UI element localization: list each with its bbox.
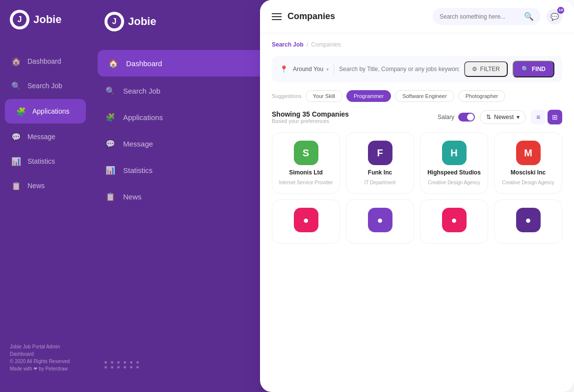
toggle-thumb <box>467 114 474 121</box>
logo-text: Jobie <box>33 13 61 26</box>
sidebar-item-label: Applications <box>32 107 70 115</box>
sort-icon: ⇅ <box>486 114 491 121</box>
salary-toggle-button[interactable] <box>458 113 475 122</box>
filter-icon: ⚙ <box>472 66 477 73</box>
sidebar-item-label: Message <box>27 133 55 141</box>
filter-button[interactable]: ⚙ FILTER <box>464 61 508 77</box>
suggestion-photographer[interactable]: Photographer <box>458 90 506 102</box>
filter-label: FILTER <box>480 66 500 73</box>
panel-nav-label: Dashboard <box>126 59 162 68</box>
message-icon: 💬 <box>11 131 22 142</box>
companies-subtitle: Based your preferences <box>272 118 349 124</box>
statistics-icon: 📊 <box>104 164 116 176</box>
cp-notification-button[interactable]: 💬 18 <box>547 9 562 24</box>
sidebar-item-statistics[interactable]: 📊 Statistics <box>0 149 91 173</box>
cp-title: Companies <box>287 11 335 22</box>
salary-label: Salary <box>438 114 454 121</box>
logo-icon-inner <box>13 13 26 26</box>
company-card[interactable]: ● <box>494 199 562 244</box>
panel-nav-label: Search Job <box>123 87 160 95</box>
suggestion-programmer[interactable]: Programmer <box>346 90 391 102</box>
breadcrumb-current: Companies <box>311 41 341 48</box>
company-card-logo: ● <box>516 208 541 232</box>
sidebar-item-label: Search Job <box>27 82 62 90</box>
home-icon: 🏠 <box>11 56 22 67</box>
location-select[interactable]: Around You ▾ <box>293 66 329 73</box>
company-card-name: Funk Inc <box>368 169 392 176</box>
statistics-icon: 📊 <box>11 156 22 167</box>
companies-grid-row2: ● ● ● ● <box>272 199 562 244</box>
companies-panel: Companies 🔍 💬 18 Search Job / Companies … <box>260 0 574 392</box>
panel-logo-icon <box>104 12 124 31</box>
salary-toggle: Salary <box>438 113 475 122</box>
news-icon: 📋 <box>104 191 116 202</box>
location-label: Around You <box>293 66 323 73</box>
sidebar-item-label: News <box>27 182 45 190</box>
panel-nav-label: Statistics <box>123 166 153 174</box>
breadcrumb-separator: / <box>307 41 308 48</box>
company-card-name: Simonis Ltd <box>289 169 323 176</box>
sidebar-item-search-job[interactable]: 🔍 Search Job <box>0 74 91 98</box>
company-card-logo: ● <box>294 208 318 232</box>
company-card[interactable]: S Simonis Ltd Internet Service Provider <box>272 132 340 194</box>
company-card-logo: H <box>442 141 467 165</box>
suggestion-your-skill[interactable]: Your Skill <box>306 90 342 102</box>
find-label: FIND <box>532 66 546 73</box>
cp-content: Search Job / Companies 📍 Around You ▾ ⚙ … <box>260 33 574 392</box>
company-card-logo: S <box>294 141 318 165</box>
keyword-input[interactable] <box>339 66 459 73</box>
company-card-dept: Creative Design Agency <box>502 180 554 185</box>
breadcrumb: Search Job / Companies <box>272 41 562 48</box>
company-card-name: Highspeed Studios <box>427 169 481 176</box>
puzzle-icon: 🧩 <box>104 111 116 123</box>
panel-nav-label: News <box>123 193 142 201</box>
sidebar-logo: Jobie <box>0 10 91 29</box>
companies-header-left: Showing 35 Companies Based your preferen… <box>272 110 349 124</box>
sidebar-item-applications[interactable]: 🧩 Applications <box>5 99 86 123</box>
message-icon: 💬 <box>104 138 116 149</box>
company-card-dept: Internet Service Provider <box>279 180 333 185</box>
company-card-dept: IT Department <box>365 180 396 185</box>
company-card[interactable]: ● <box>346 199 414 244</box>
cp-hamburger-button[interactable] <box>272 13 282 20</box>
sidebar-item-news[interactable]: 📋 News <box>0 173 91 198</box>
find-button[interactable]: 🔍 FIND <box>513 61 554 77</box>
cp-notif-badge: 18 <box>557 7 564 14</box>
home-icon: 🏠 <box>107 57 119 69</box>
companies-grid: S Simonis Ltd Internet Service Provider … <box>272 132 562 194</box>
sidebar-nav: 🏠 Dashboard 🔍 Search Job 🧩 Applications … <box>0 49 91 333</box>
view-buttons: ≡ ⊞ <box>531 110 562 124</box>
panel-logo-text: Jobie <box>128 15 156 28</box>
list-view-button[interactable]: ≡ <box>531 110 546 124</box>
sidebar-footer: Jobie Job Portal Admin Dashboard © 2020 … <box>0 333 91 382</box>
company-card[interactable]: ● <box>272 199 340 244</box>
sidebar-item-dashboard[interactable]: 🏠 Dashboard <box>0 49 91 74</box>
sort-label: Newest <box>494 114 514 121</box>
suggestions-label: Suggestions <box>272 93 302 99</box>
sidebar-item-message[interactable]: 💬 Message <box>0 124 91 149</box>
companies-sort-button[interactable]: ⇅ Newest ▾ <box>480 110 526 124</box>
cp-header-left: Companies <box>272 11 335 22</box>
breadcrumb-parent[interactable]: Search Job <box>272 41 304 48</box>
company-card-name: Mosciski Inc <box>511 169 546 176</box>
grid-view-button[interactable]: ⊞ <box>548 110 562 124</box>
find-icon: 🔍 <box>522 66 529 73</box>
sidebar: Jobie 🏠 Dashboard 🔍 Search Job 🧩 Applica… <box>0 0 91 392</box>
suggestion-software-engineer[interactable]: Software Engineer <box>395 90 454 102</box>
search-icon: 🔍 <box>11 80 22 91</box>
chevron-down-icon: ▾ <box>517 114 520 121</box>
chevron-down-icon: ▾ <box>326 67 329 72</box>
cp-search-icon[interactable]: 🔍 <box>524 12 534 21</box>
suggestions: Suggestions Your Skill Programmer Softwa… <box>272 90 562 102</box>
company-card[interactable]: H Highspeed Studios Creative Design Agen… <box>420 132 488 194</box>
cp-search-input[interactable] <box>440 13 520 20</box>
company-card-logo: M <box>516 141 541 165</box>
sidebar-item-label: Dashboard <box>27 57 61 65</box>
company-card[interactable]: M Mosciski Inc Creative Design Agency <box>494 132 562 194</box>
company-card[interactable]: ● <box>420 199 488 244</box>
news-icon: 📋 <box>11 180 22 191</box>
cp-header: Companies 🔍 💬 18 <box>260 0 574 33</box>
cp-search-bar: 📍 Around You ▾ ⚙ FILTER 🔍 FIND <box>272 56 562 82</box>
company-card[interactable]: F Funk Inc IT Department <box>346 132 414 194</box>
sidebar-item-label: Statistics <box>27 157 55 165</box>
